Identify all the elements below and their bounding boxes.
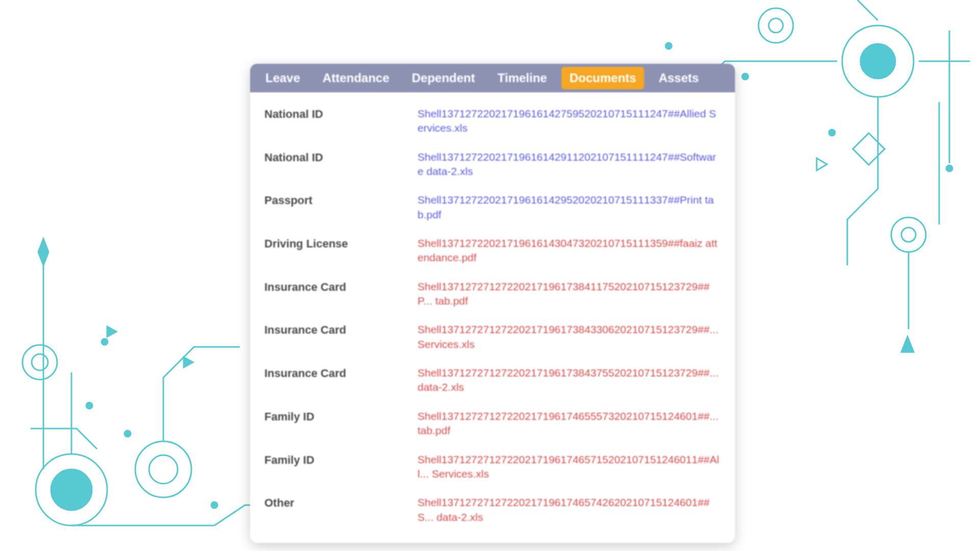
tabbar: Leave Attendance Dependent Timeline Docu… [250,64,735,92]
tab-dependent[interactable]: Dependent [404,67,483,89]
document-file-link[interactable]: Shell13712722021719616142952020210715111… [418,193,721,222]
document-row: Insurance Card Shell13712727127220217196… [250,315,735,359]
svg-point-15 [842,26,914,97]
document-file-link[interactable]: Shell13712722021719616142911202107151111… [418,150,721,179]
documents-panel: Leave Attendance Dependent Timeline Docu… [250,64,735,543]
tab-timeline[interactable]: Timeline [489,67,555,89]
document-type: Family ID [264,409,418,423]
svg-marker-12 [107,327,116,337]
document-row: National ID Shell13712722021719616142911… [250,143,735,186]
svg-marker-21 [901,337,914,352]
document-file-link[interactable]: Shell13712727127220217196173843755202107… [418,366,721,395]
document-file-link[interactable]: Shell13712722021719616143047320210715111… [418,236,721,265]
document-file-link[interactable]: Shell13712722021719616142759520210715111… [418,107,721,136]
svg-marker-13 [184,357,193,367]
document-row: National ID Shell13712722021719616142759… [250,99,735,143]
svg-marker-23 [817,158,827,170]
document-type: Other [264,495,418,510]
svg-point-4 [22,345,57,380]
document-row: Driving License Shell1371272202171961614… [250,229,735,272]
document-file-link[interactable]: Shell13712727127220217196174655573202107… [418,409,721,438]
document-row: Other Shell13712727127220217196174657426… [250,488,735,532]
tab-leave[interactable]: Leave [257,67,308,89]
document-type: National ID [264,150,418,164]
svg-point-16 [861,44,895,79]
svg-point-24 [742,73,748,80]
svg-point-17 [758,8,793,43]
document-file-link[interactable]: Shell13712727127220217196174657152021071… [418,453,721,482]
tab-assets[interactable]: Assets [650,67,707,89]
svg-point-27 [666,43,672,49]
document-row: Passport Shell13712722021719616142952020… [250,186,735,229]
svg-rect-28 [853,133,885,165]
document-row: Family ID Shell1371272712722021719617465… [250,445,735,489]
document-type: Passport [264,193,418,207]
document-file-link[interactable]: Shell13712727127220217196173841175202107… [418,280,721,309]
svg-point-10 [125,431,131,437]
tab-documents[interactable]: Documents [561,67,645,89]
document-type: National ID [264,107,418,121]
svg-point-25 [829,130,835,136]
svg-point-5 [32,354,48,370]
document-row: Family ID Shell1371272712722021719617465… [250,402,735,445]
svg-point-20 [901,228,916,242]
document-type: Insurance Card [264,280,418,294]
svg-point-2 [135,441,191,497]
document-type: Family ID [264,453,418,467]
svg-point-26 [946,165,952,171]
document-type: Insurance Card [264,322,418,337]
svg-point-9 [86,403,92,409]
svg-point-18 [769,18,783,33]
document-type: Driving License [264,236,418,251]
document-file-link[interactable]: Shell13712727127220217196173843306202107… [418,322,721,352]
svg-point-11 [211,502,217,508]
document-file-link[interactable]: Shell13712727127220217196174657426202107… [418,495,721,524]
tab-attendance[interactable]: Attendance [314,67,398,89]
document-type: Insurance Card [264,366,418,380]
svg-point-1 [51,469,92,510]
svg-point-0 [36,454,107,525]
svg-point-3 [149,455,178,484]
document-row: Insurance Card Shell13712727127220217196… [250,272,735,316]
svg-point-8 [102,339,108,345]
documents-list: National ID Shell13712722021719616142759… [250,92,735,543]
svg-point-19 [891,217,926,252]
document-row: Insurance Card Shell13712727127220217196… [250,359,735,402]
